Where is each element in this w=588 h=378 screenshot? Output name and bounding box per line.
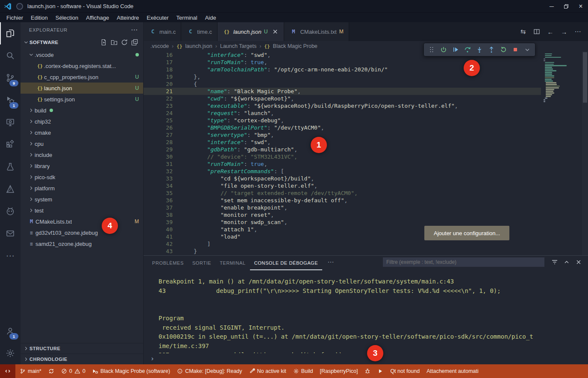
tree-item-library[interactable]: library bbox=[21, 160, 143, 171]
debug-restart-icon[interactable] bbox=[498, 44, 509, 55]
tree-item-c_cpp_properties.json[interactable]: {}c_cpp_properties.jsonU bbox=[21, 71, 143, 83]
tree-item-test[interactable]: test bbox=[21, 205, 143, 216]
close-tab-icon[interactable] bbox=[272, 28, 279, 35]
panel-tab-sortie[interactable]: SORTIE bbox=[188, 256, 215, 270]
tab-main.c[interactable]: Cmain.c bbox=[144, 22, 181, 41]
menu-terminal[interactable]: Terminal bbox=[173, 13, 201, 22]
nav-forward-icon[interactable]: → bbox=[558, 26, 570, 38]
tree-item-cpu[interactable]: cpu bbox=[21, 138, 143, 149]
menu-atteindre[interactable]: Atteindre bbox=[113, 13, 143, 22]
scrollbar-thumb[interactable] bbox=[583, 52, 587, 103]
tree-item-samd21_ozone.jdebug[interactable]: ≡samd21_ozone.jdebug bbox=[21, 238, 143, 249]
editor-scrollbar[interactable] bbox=[582, 51, 588, 255]
status-cmake-debug[interactable] bbox=[361, 364, 374, 378]
debug-stop-icon[interactable] bbox=[510, 44, 521, 55]
activity-remote-explorer[interactable] bbox=[0, 111, 21, 133]
activity-source-control[interactable]: 9 bbox=[0, 67, 21, 89]
tree-item-.vscode[interactable]: .vscode bbox=[21, 49, 143, 60]
menu-selection[interactable]: Sélection bbox=[52, 13, 82, 22]
collapse-all-icon[interactable] bbox=[131, 39, 138, 46]
tab-CMakeLists.txt[interactable]: MCMakeLists.txtM bbox=[284, 22, 349, 41]
section-chronologie[interactable]: CHRONOLOGIE bbox=[21, 354, 143, 364]
panel-close-icon[interactable] bbox=[573, 257, 584, 267]
activity-search[interactable] bbox=[0, 44, 21, 67]
tab-launch.json[interactable]: {}launch.jsonU bbox=[218, 22, 284, 41]
activity-extensions[interactable] bbox=[0, 133, 21, 156]
tree-item-CMakeLists.txt[interactable]: MCMakeLists.txtM bbox=[21, 216, 143, 227]
console-filter-input[interactable] bbox=[383, 257, 544, 267]
menu-executer[interactable]: Exécuter bbox=[143, 13, 172, 22]
new-file-icon[interactable] bbox=[100, 39, 107, 46]
more-actions-icon[interactable]: ⋯ bbox=[572, 26, 584, 38]
status-sync[interactable] bbox=[45, 364, 58, 378]
debug-console-input[interactable]: › bbox=[144, 353, 588, 364]
tab-time.c[interactable]: Ctime.c bbox=[181, 22, 218, 41]
panel-more-icon[interactable]: ⋯ bbox=[323, 258, 338, 266]
status-qt-status[interactable]: Qt not found bbox=[387, 364, 423, 378]
panel-tab-consolededebogage[interactable]: CONSOLE DE DÉBOGAGE bbox=[250, 256, 323, 270]
debug-step-over-icon[interactable] bbox=[462, 44, 473, 55]
status-cmake-variant[interactable]: [RaspberryPico] bbox=[316, 364, 361, 378]
status-git-branch[interactable]: main* bbox=[16, 364, 45, 378]
debug-grip-icon[interactable] bbox=[426, 44, 437, 55]
tree-item-include[interactable]: include bbox=[21, 149, 143, 160]
activity-run-debug[interactable]: 1 bbox=[0, 89, 21, 111]
breadcrumb-item[interactable]: .vscode bbox=[150, 43, 169, 49]
tree-item-platform[interactable]: platform bbox=[21, 183, 143, 194]
section-structure[interactable]: STRUCTURE bbox=[21, 343, 143, 354]
tree-item-pico-sdk[interactable]: pico-sdk bbox=[21, 171, 143, 183]
debug-power-icon[interactable] bbox=[438, 44, 449, 55]
breadcrumb-item[interactable]: Launch Targets bbox=[220, 43, 256, 49]
tree-item-launch.json[interactable]: {}launch.jsonU bbox=[21, 83, 143, 94]
activity-cmake[interactable] bbox=[0, 178, 21, 200]
menu-affichage[interactable]: Affichage bbox=[82, 13, 113, 22]
tree-item-gd32vf103_ozone.jdebug[interactable]: ≡gd32vf103_ozone.jdebug bbox=[21, 227, 143, 238]
code-editor[interactable]: 16 "interface": "swd",17 "runToMain": tr… bbox=[144, 51, 588, 255]
status-cmake-status[interactable]: CMake: [Debug]: Ready bbox=[173, 364, 245, 378]
debug-continue-icon[interactable] bbox=[450, 44, 461, 55]
breadcrumb-item[interactable]: Black Magic Probe bbox=[273, 43, 318, 49]
explorer-more-icon[interactable]: ⋯ bbox=[131, 26, 138, 34]
split-editor-icon[interactable] bbox=[531, 26, 543, 38]
refresh-icon[interactable] bbox=[121, 39, 128, 46]
activity-testing[interactable] bbox=[0, 156, 21, 178]
tree-item-build[interactable]: build bbox=[21, 105, 143, 116]
panel-tab-terminal[interactable]: TERMINAL bbox=[215, 256, 250, 270]
tree-item-.cortex-debug.registers.stat...[interactable]: {}.cortex-debug.registers.stat... bbox=[21, 60, 143, 71]
debug-step-into-icon[interactable] bbox=[474, 44, 485, 55]
status-remote-indicator[interactable] bbox=[0, 364, 15, 378]
activity-platformio[interactable] bbox=[0, 200, 21, 222]
minimize-button[interactable]: ─ bbox=[544, 0, 559, 12]
activity-explorer[interactable] bbox=[0, 22, 21, 44]
status-debug-config[interactable]: Black Magic Probe (software) bbox=[89, 364, 173, 378]
breadcrumb-item[interactable]: launch.json bbox=[185, 43, 212, 49]
add-configuration-button[interactable]: Ajouter une configuration... bbox=[424, 226, 509, 240]
activity-mail[interactable] bbox=[0, 222, 21, 245]
status-auto-attach[interactable]: Attachement automati bbox=[423, 364, 482, 378]
tree-item-system[interactable]: system bbox=[21, 194, 143, 205]
panel-tab-problemes[interactable]: PROBLÈMES bbox=[148, 256, 188, 270]
status-problems[interactable]: 00 bbox=[58, 364, 89, 378]
minimap[interactable] bbox=[541, 51, 582, 255]
status-cmake-build[interactable]: Build bbox=[290, 364, 317, 378]
tree-item-cmake[interactable]: cmake bbox=[21, 127, 143, 138]
close-button[interactable]: × bbox=[573, 0, 588, 12]
new-folder-icon[interactable] bbox=[111, 39, 118, 46]
panel-maximize-icon[interactable] bbox=[562, 257, 572, 267]
open-changes-icon[interactable]: ⇆ bbox=[517, 26, 529, 38]
workspace-section-header[interactable]: SOFTWARE bbox=[21, 37, 143, 47]
menu-fichier[interactable]: Fichier bbox=[3, 13, 27, 22]
activity-accounts[interactable]: 1 bbox=[0, 320, 21, 342]
panel-filter-icon[interactable] bbox=[550, 257, 560, 267]
status-cmake-kit[interactable]: No active kit bbox=[246, 364, 290, 378]
nav-back-icon[interactable]: ← bbox=[544, 26, 556, 38]
tree-item-settings.json[interactable]: {}settings.jsonU bbox=[21, 94, 143, 105]
status-cmake-run[interactable] bbox=[374, 364, 387, 378]
debug-step-out-icon[interactable] bbox=[486, 44, 497, 55]
menu-edition[interactable]: Edition bbox=[27, 13, 52, 22]
debug-chevron-down-icon[interactable] bbox=[522, 44, 533, 55]
menu-aide[interactable]: Aide bbox=[201, 13, 220, 22]
activity-settings[interactable] bbox=[0, 342, 21, 364]
activity-more[interactable]: ⋯ bbox=[0, 245, 21, 267]
tree-item-chip32[interactable]: chip32 bbox=[21, 116, 143, 127]
